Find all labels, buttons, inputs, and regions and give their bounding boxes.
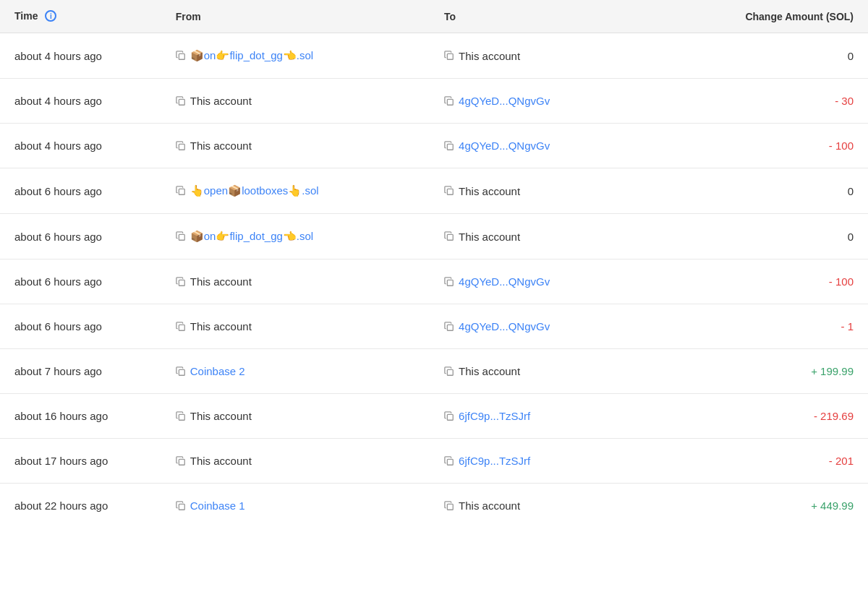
to-cell: This account <box>430 349 698 394</box>
copy-icon[interactable] <box>444 277 454 287</box>
from-cell: 📦on👉flip_dot_gg👈.sol <box>161 214 430 259</box>
time-cell: about 4 hours ago <box>0 124 161 168</box>
svg-rect-8 <box>179 235 184 241</box>
from-account-text: This account <box>190 140 252 152</box>
copy-icon[interactable] <box>176 51 186 61</box>
copy-icon[interactable] <box>176 96 186 106</box>
amount-cell: - 201 <box>698 439 868 484</box>
from-link[interactable]: 📦on👉flip_dot_gg👈.sol <box>190 230 313 243</box>
copy-icon[interactable] <box>176 501 186 511</box>
amount-cell: 0 <box>698 33 868 79</box>
time-cell: about 6 hours ago <box>0 168 161 214</box>
from-column-header: From <box>161 0 430 33</box>
table-row: about 6 hours agoThis account4gQYeD...QN… <box>0 259 868 304</box>
amount-value: 0 <box>848 185 854 197</box>
svg-rect-3 <box>447 99 453 105</box>
copy-icon[interactable] <box>444 231 454 241</box>
to-link[interactable]: 6jfC9p...TzSJrf <box>459 455 530 467</box>
from-header-label: From <box>176 11 201 22</box>
amount-value: - 100 <box>829 275 854 288</box>
svg-rect-5 <box>447 144 453 150</box>
copy-icon[interactable] <box>444 456 454 466</box>
from-cell: 📦on👉flip_dot_gg👈.sol <box>161 33 430 79</box>
copy-icon[interactable] <box>176 277 186 287</box>
from-cell: Coinbase 1 <box>161 484 430 528</box>
to-link[interactable]: 4gQYeD...QNgvGv <box>459 140 550 152</box>
copy-icon[interactable] <box>176 456 186 466</box>
to-cell: 4gQYeD...QNgvGv <box>430 124 698 168</box>
table-header-row: Time From To Change Amount (SOL) <box>0 0 868 33</box>
svg-rect-15 <box>447 369 453 375</box>
time-cell: about 6 hours ago <box>0 304 161 349</box>
table-row: about 4 hours agoThis account4gQYeD...QN… <box>0 79 868 124</box>
from-cell: This account <box>161 259 430 304</box>
amount-cell: 0 <box>698 168 868 214</box>
svg-rect-14 <box>179 369 184 375</box>
copy-icon[interactable] <box>444 51 454 61</box>
amount-cell: - 100 <box>698 124 868 168</box>
from-account-text: This account <box>190 410 252 422</box>
svg-rect-13 <box>447 325 453 330</box>
amount-value: + 199.99 <box>811 365 854 377</box>
copy-icon[interactable] <box>176 231 186 241</box>
from-cell: This account <box>161 394 430 439</box>
amount-value: 0 <box>848 50 854 62</box>
copy-icon[interactable] <box>176 322 186 332</box>
copy-icon[interactable] <box>444 186 454 196</box>
svg-rect-6 <box>179 189 184 195</box>
amount-value: - 201 <box>829 455 854 467</box>
to-link[interactable]: 4gQYeD...QNgvGv <box>459 275 550 288</box>
amount-value: - 30 <box>835 95 854 107</box>
amount-cell: - 1 <box>698 304 868 349</box>
time-cell: about 22 hours ago <box>0 484 161 528</box>
amount-cell: 0 <box>698 214 868 259</box>
to-cell: 6jfC9p...TzSJrf <box>430 394 698 439</box>
amount-cell: - 100 <box>698 259 868 304</box>
copy-icon[interactable] <box>444 366 454 377</box>
to-header-label: To <box>444 11 456 22</box>
amount-header-label: Change Amount (SOL) <box>745 11 854 22</box>
time-cell: about 6 hours ago <box>0 259 161 304</box>
time-cell: about 4 hours ago <box>0 33 161 79</box>
to-link[interactable]: 6jfC9p...TzSJrf <box>459 410 530 422</box>
time-cell: about 4 hours ago <box>0 79 161 124</box>
to-cell: This account <box>430 214 698 259</box>
time-info-icon[interactable] <box>45 10 56 22</box>
svg-rect-7 <box>447 189 453 195</box>
copy-icon[interactable] <box>176 366 186 377</box>
from-cell: This account <box>161 304 430 349</box>
to-link[interactable]: 4gQYeD...QNgvGv <box>459 95 550 107</box>
time-column-header: Time <box>0 0 161 33</box>
svg-rect-11 <box>447 280 453 286</box>
copy-icon[interactable] <box>444 96 454 106</box>
transactions-table-container: Time From To Change Amount (SOL) about 4… <box>0 0 868 592</box>
to-account-text: This account <box>459 499 520 512</box>
from-link[interactable]: 📦on👉flip_dot_gg👈.sol <box>190 49 313 62</box>
to-account-text: This account <box>459 231 520 243</box>
copy-icon[interactable] <box>176 141 186 151</box>
copy-icon[interactable] <box>176 186 186 196</box>
from-link[interactable]: Coinbase 1 <box>190 499 245 512</box>
time-cell: about 17 hours ago <box>0 439 161 484</box>
table-row: about 6 hours ago📦on👉flip_dot_gg👈.solThi… <box>0 214 868 259</box>
from-account-text: This account <box>190 455 252 467</box>
to-cell: This account <box>430 33 698 79</box>
to-link[interactable]: 4gQYeD...QNgvGv <box>459 320 550 333</box>
copy-icon[interactable] <box>444 411 454 421</box>
to-cell: This account <box>430 484 698 528</box>
copy-icon[interactable] <box>444 322 454 332</box>
time-cell: about 6 hours ago <box>0 214 161 259</box>
amount-cell: - 219.69 <box>698 394 868 439</box>
copy-icon[interactable] <box>444 141 454 151</box>
from-link[interactable]: 👆open📦lootboxes👆.sol <box>190 184 319 197</box>
copy-icon[interactable] <box>444 501 454 511</box>
to-cell: 4gQYeD...QNgvGv <box>430 259 698 304</box>
from-link[interactable]: Coinbase 2 <box>190 365 245 377</box>
to-account-text: This account <box>459 185 520 197</box>
svg-rect-1 <box>447 54 453 60</box>
table-row: about 17 hours agoThis account6jfC9p...T… <box>0 439 868 484</box>
amount-cell: + 199.99 <box>698 349 868 394</box>
time-header-label: Time <box>14 10 38 22</box>
copy-icon[interactable] <box>176 411 186 421</box>
amount-column-header: Change Amount (SOL) <box>698 0 868 33</box>
